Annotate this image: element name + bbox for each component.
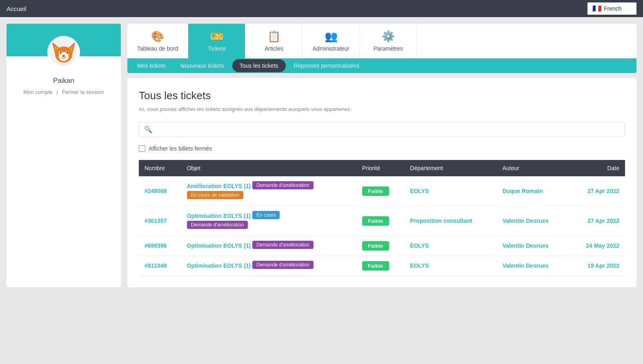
svg-point-11 bbox=[62, 55, 65, 57]
search-bar: 🔍 bbox=[139, 122, 625, 137]
table-body: #249088Amélioration EOLYS (1)Demande d'a… bbox=[139, 176, 625, 276]
right-panel: 🎨 Tableau de bord 🎫 Tickets 📋 Articles 👥… bbox=[127, 24, 636, 287]
ticket-badge-0: Demande d'amélioration bbox=[252, 261, 314, 269]
separator: | bbox=[56, 89, 58, 95]
user-card: Paikan Mon compte | Fermer la session bbox=[7, 24, 121, 287]
ticket-id[interactable]: #249088 bbox=[139, 176, 181, 206]
tab-label-admin: Administrateur bbox=[313, 45, 349, 52]
nav-tab-tickets[interactable]: 🎫 Tickets bbox=[188, 24, 245, 58]
ticket-priority: Faible bbox=[356, 206, 404, 236]
user-name: Paikan bbox=[13, 77, 114, 85]
nav-sub-tab-reponses[interactable]: Réponses personnalisées bbox=[287, 58, 366, 73]
th-priorite: Priorité bbox=[356, 160, 404, 176]
ticket-subject-row: Optimisation EOLYS (1)Demande d'améliora… bbox=[187, 241, 351, 251]
ticket-author[interactable]: Valentin Desrues bbox=[497, 206, 569, 236]
ticket-date: 27 Apr 2022 bbox=[569, 206, 625, 236]
ticket-department[interactable]: Proposition consultant bbox=[404, 206, 496, 236]
tab-icon-params: ⚙️ bbox=[382, 30, 395, 43]
ticket-id[interactable]: #361357 bbox=[139, 206, 181, 236]
ticket-subject-cell: Optimisation EOLYS (1)En coursDemande d'… bbox=[181, 206, 356, 236]
ticket-author[interactable]: Duque Romain bbox=[497, 176, 569, 206]
ticket-subject-row: Optimisation EOLYS (1)Demande d'améliora… bbox=[187, 261, 351, 271]
ticket-subject-cell: Optimisation EOLYS (1)Demande d'améliora… bbox=[181, 236, 356, 256]
ticket-department[interactable]: EOLYS bbox=[404, 256, 496, 276]
ticket-badge-0: Demande d'amélioration bbox=[252, 181, 314, 189]
tab-icon-tableau: 🎨 bbox=[151, 30, 164, 43]
ticket-badge-1: En cours de validation bbox=[187, 191, 243, 199]
ticket-priority: Faible bbox=[356, 256, 404, 276]
language-selector[interactable]: 🇫🇷 French bbox=[587, 2, 636, 15]
ticket-subject-cell: Optimisation EOLYS (1)Demande d'améliora… bbox=[181, 256, 356, 276]
ticket-author[interactable]: Valentin Desrues bbox=[497, 256, 569, 276]
th-nombre: Nombre bbox=[139, 160, 181, 176]
nav-tabs-container: 🎨 Tableau de bord 🎫 Tickets 📋 Articles 👥… bbox=[127, 24, 636, 73]
ticket-date: 27 Apr 2022 bbox=[569, 176, 625, 206]
ticket-badge-1: Demande d'amélioration bbox=[187, 221, 248, 229]
th-date: Date bbox=[569, 160, 625, 176]
flag-icon: 🇫🇷 bbox=[592, 4, 601, 13]
svg-point-10 bbox=[67, 52, 68, 53]
page-title: Tous les tickets bbox=[139, 89, 625, 102]
priority-badge: Faible bbox=[362, 216, 389, 226]
checkbox-row: Afficher les billets fermés bbox=[139, 145, 625, 152]
table-row: #361357Optimisation EOLYS (1)En coursDem… bbox=[139, 206, 625, 236]
ticket-department[interactable]: EOLYS bbox=[404, 236, 496, 256]
show-closed-checkbox[interactable] bbox=[139, 145, 145, 152]
nav-tab-tableau[interactable]: 🎨 Tableau de bord bbox=[127, 24, 188, 58]
checkbox-label: Afficher les billets fermés bbox=[149, 145, 212, 152]
avatar bbox=[47, 36, 80, 69]
search-icon: 🔍 bbox=[144, 126, 152, 133]
th-departement: Département bbox=[404, 160, 496, 176]
tab-icon-articles: 📋 bbox=[267, 30, 280, 43]
ticket-priority: Faible bbox=[356, 236, 404, 256]
tab-icon-admin: 👥 bbox=[325, 30, 338, 43]
table-row: #699396Optimisation EOLYS (1)Demande d'a… bbox=[139, 236, 625, 256]
nav-tab-articles[interactable]: 📋 Articles bbox=[245, 24, 303, 58]
ticket-subject[interactable]: Optimisation EOLYS (1) bbox=[187, 213, 251, 219]
table-row: #249088Amélioration EOLYS (1)Demande d'a… bbox=[139, 176, 625, 206]
ticket-author[interactable]: Valentin Desrues bbox=[497, 236, 569, 256]
avatar-image bbox=[49, 38, 78, 67]
nav-sub-tabs: Mes ticketsNouveaux ticketsTous les tick… bbox=[127, 58, 636, 73]
tickets-table: NombreObjetPrioritéDépartementAuteurDate… bbox=[139, 160, 625, 276]
language-label: French bbox=[604, 5, 622, 12]
th-auteur: Auteur bbox=[497, 160, 569, 176]
logout-link[interactable]: Fermer la session bbox=[62, 89, 104, 95]
ticket-subject[interactable]: Optimisation EOLYS (1) bbox=[187, 242, 251, 249]
nav-tab-params[interactable]: ⚙️ Paramètres bbox=[360, 24, 417, 58]
table-row: #811049Optimisation EOLYS (1)Demande d'a… bbox=[139, 256, 625, 276]
tab-label-tableau: Tableau de bord bbox=[137, 45, 178, 52]
nav-tabs-top: 🎨 Tableau de bord 🎫 Tickets 📋 Articles 👥… bbox=[127, 24, 636, 58]
ticket-subject-cell: Amélioration EOLYS (1)Demande d'améliora… bbox=[181, 176, 356, 206]
ticket-priority: Faible bbox=[356, 176, 404, 206]
tab-label-articles: Articles bbox=[265, 45, 283, 52]
ticket-tags-row: Demande d'amélioration bbox=[187, 221, 351, 231]
ticket-subject[interactable]: Optimisation EOLYS (1) bbox=[187, 262, 251, 269]
ticket-id[interactable]: #699396 bbox=[139, 236, 181, 256]
priority-badge: Faible bbox=[362, 241, 389, 251]
ticket-date: 19 Apr 2022 bbox=[569, 256, 625, 276]
page-subtitle: Ici, vous pouvez afficher les tickets as… bbox=[139, 106, 625, 112]
tab-label-tickets: Tickets bbox=[208, 45, 226, 52]
search-input[interactable] bbox=[156, 127, 620, 133]
top-bar-title: Accueil bbox=[7, 5, 26, 12]
th-objet: Objet bbox=[181, 160, 356, 176]
my-account-link[interactable]: Mon compte bbox=[23, 89, 53, 95]
table-header-row: NombreObjetPrioritéDépartementAuteurDate bbox=[139, 160, 625, 176]
priority-badge: Faible bbox=[362, 261, 389, 271]
ticket-id[interactable]: #811049 bbox=[139, 256, 181, 276]
ticket-subject-row: Optimisation EOLYS (1)En cours bbox=[187, 211, 351, 221]
nav-sub-tab-mes-tickets[interactable]: Mes tickets bbox=[131, 58, 172, 73]
table-header: NombreObjetPrioritéDépartementAuteurDate bbox=[139, 160, 625, 176]
user-card-header bbox=[7, 24, 121, 56]
nav-sub-tab-tous-les-tickets[interactable]: Tous les tickets bbox=[232, 59, 286, 72]
ticket-subject[interactable]: Amélioration EOLYS (1) bbox=[187, 183, 251, 189]
content-area: Tous les tickets Ici, vous pouvez affich… bbox=[127, 78, 636, 287]
ticket-tags-row: En cours de validation bbox=[187, 191, 351, 201]
priority-badge: Faible bbox=[362, 186, 389, 196]
ticket-date: 24 May 2022 bbox=[569, 236, 625, 256]
nav-tab-admin[interactable]: 👥 Administrateur bbox=[303, 24, 360, 58]
ticket-department[interactable]: EOLYS bbox=[404, 176, 496, 206]
nav-sub-tab-nouveaux-tickets[interactable]: Nouveaux tickets bbox=[174, 58, 231, 73]
ticket-subject-row: Amélioration EOLYS (1)Demande d'améliora… bbox=[187, 181, 351, 191]
